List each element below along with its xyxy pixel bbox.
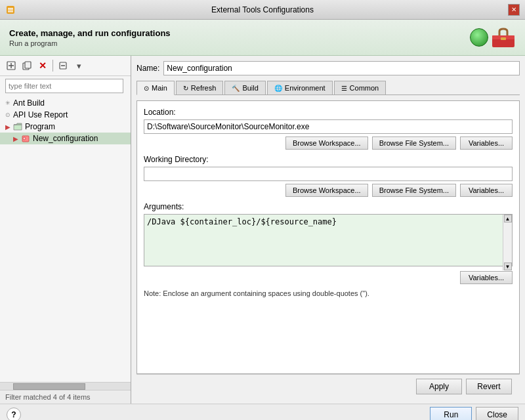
green-indicator-icon xyxy=(470,28,488,47)
tree-area: ✳ Ant Build ⊙ API Use Report ▶ Program ▶ xyxy=(0,96,131,382)
scrollbar-thumb[interactable] xyxy=(13,383,85,390)
note-text: Note: Enclose an argument containing spa… xyxy=(144,289,513,297)
toolbox-icon xyxy=(491,26,516,49)
scroll-up-button[interactable]: ▲ xyxy=(504,215,512,222)
help-button[interactable]: ? xyxy=(7,408,21,420)
arguments-textarea[interactable]: /DJava ${container_loc}/${resource_name} xyxy=(144,214,513,266)
header-subtext: Run a program xyxy=(9,39,171,47)
title-bar: External Tools Configurations ✕ xyxy=(0,0,525,20)
tab-refresh[interactable]: ↻ Refresh xyxy=(176,81,224,94)
filter-input[interactable] xyxy=(5,79,123,93)
tab-environment[interactable]: 🌐 Environment xyxy=(267,81,333,94)
svg-rect-11 xyxy=(25,62,31,68)
title-bar-left xyxy=(5,5,16,15)
tab-common-label: Common xyxy=(350,84,379,92)
scroll-down-button[interactable]: ▼ xyxy=(504,262,512,270)
delete-config-button[interactable]: ✕ xyxy=(35,58,50,73)
sidebar-toolbar: ✕ ▾ xyxy=(0,56,131,76)
tree-item-program-label: Program xyxy=(25,122,55,131)
location-browse-workspace-button[interactable]: Browse Workspace... xyxy=(285,136,368,150)
tree-item-new-config-label: New_configuration xyxy=(33,134,98,143)
apply-revert-bar: Apply Revert xyxy=(136,374,520,398)
arguments-btn-row: Variables... xyxy=(144,271,513,284)
arguments-scrollbar: ▲ ▼ xyxy=(503,215,512,270)
svg-rect-6 xyxy=(501,37,506,40)
tab-refresh-label: Refresh xyxy=(191,84,217,92)
build-tab-icon: 🔨 xyxy=(232,85,240,92)
working-dir-input[interactable] xyxy=(144,167,513,181)
right-panel: Name: ⊙ Main ↻ Refresh 🔨 Build 🌐 Environ… xyxy=(131,56,525,404)
location-variables-button[interactable]: Variables... xyxy=(460,136,513,150)
tab-main[interactable]: ⊙ Main xyxy=(136,81,175,95)
name-input[interactable] xyxy=(163,61,520,75)
tab-environment-label: Environment xyxy=(285,84,326,92)
revert-button[interactable]: Revert xyxy=(466,379,512,394)
window-title: External Tools Configurations xyxy=(0,5,525,14)
tree-item-ant-build-label: Ant Build xyxy=(13,98,45,108)
tab-build[interactable]: 🔨 Build xyxy=(224,81,265,94)
environment-tab-icon: 🌐 xyxy=(274,85,282,92)
svg-rect-1 xyxy=(8,8,13,9)
form-area: Location: Browse Workspace... Browse Fil… xyxy=(136,100,520,374)
apply-button[interactable]: Apply xyxy=(416,379,462,394)
location-label: Location: xyxy=(144,108,513,117)
new-config-button[interactable] xyxy=(4,58,18,73)
tree-item-program[interactable]: ▶ Program xyxy=(0,121,131,133)
app-icon xyxy=(5,5,16,15)
toolbar-separator xyxy=(52,60,53,72)
location-btn-row: Browse Workspace... Browse File System..… xyxy=(144,136,513,150)
copy-config-button[interactable] xyxy=(20,58,34,73)
location-input[interactable] xyxy=(144,119,513,134)
common-tab-icon: ☰ xyxy=(341,85,347,92)
tree-item-new-config[interactable]: ▶ New_configuration xyxy=(0,133,131,144)
name-row: Name: xyxy=(136,61,520,75)
header-section: Create, manage, and run configurations R… xyxy=(0,20,525,56)
footer-bar: ? Run Close xyxy=(0,404,525,420)
program-folder-icon xyxy=(13,122,22,131)
horizontal-scrollbar[interactable] xyxy=(0,382,131,390)
svg-rect-2 xyxy=(8,9,13,10)
collapse-button[interactable] xyxy=(56,58,70,73)
svg-point-15 xyxy=(23,137,26,140)
arguments-variables-button[interactable]: Variables... xyxy=(460,271,513,284)
tab-main-label: Main xyxy=(152,84,167,92)
tree-item-api-report[interactable]: ⊙ API Use Report xyxy=(0,109,131,121)
tree-item-ant-build[interactable]: ✳ Ant Build xyxy=(0,97,131,109)
close-button[interactable]: Close xyxy=(476,407,518,420)
tab-build-label: Build xyxy=(242,84,258,92)
main-tab-icon: ⊙ xyxy=(144,85,149,92)
config-icon xyxy=(21,134,30,143)
run-button[interactable]: Run xyxy=(430,407,472,420)
working-dir-browse-filesystem-button[interactable]: Browse File System... xyxy=(372,184,456,197)
working-dir-browse-workspace-button[interactable]: Browse Workspace... xyxy=(285,184,368,197)
tabs-container: ⊙ Main ↻ Refresh 🔨 Build 🌐 Environment ☰… xyxy=(136,81,520,95)
tree-item-api-report-label: API Use Report xyxy=(13,110,68,119)
main-content: ✕ ▾ ✳ Ant Build ⊙ API Use Report ▶ xyxy=(0,56,525,404)
close-window-button[interactable]: ✕ xyxy=(508,4,520,16)
name-label: Name: xyxy=(136,64,159,73)
header-heading: Create, manage, and run configurations xyxy=(9,28,171,38)
working-dir-variables-button[interactable]: Variables... xyxy=(460,184,513,197)
header-icon-area xyxy=(470,26,516,49)
arguments-wrapper: /DJava ${container_loc}/${resource_name}… xyxy=(144,214,513,271)
refresh-tab-icon: ↻ xyxy=(183,85,188,92)
svg-rect-3 xyxy=(8,11,13,12)
expand-button[interactable]: ▾ xyxy=(72,58,86,73)
sidebar: ✕ ▾ ✳ Ant Build ⊙ API Use Report ▶ xyxy=(0,56,131,404)
location-browse-filesystem-button[interactable]: Browse File System... xyxy=(372,136,456,150)
sidebar-footer: Filter matched 4 of 4 items xyxy=(0,390,131,404)
working-dir-btn-row: Browse Workspace... Browse File System..… xyxy=(144,184,513,197)
arguments-label: Arguments: xyxy=(144,202,513,211)
tab-common[interactable]: ☰ Common xyxy=(334,81,387,94)
header-text: Create, manage, and run configurations R… xyxy=(9,28,171,47)
working-dir-label: Working Directory: xyxy=(144,155,513,164)
bottom-actions: Run Close xyxy=(430,407,518,420)
